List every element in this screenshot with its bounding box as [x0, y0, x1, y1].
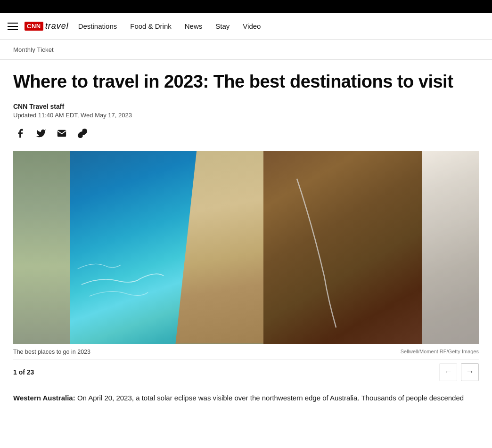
pagination-arrows: ← → [439, 363, 479, 381]
pagination-count: 1 of 23 [13, 368, 34, 376]
article-author: CNN Travel staff [13, 103, 479, 110]
carousel-caption-bar: The best places to go in 2023 Sellwell/M… [13, 344, 479, 358]
cnn-logo[interactable]: CNN travel [25, 21, 69, 31]
coast-visual [70, 151, 422, 344]
carousel-main-image [70, 151, 422, 344]
carousel-next-image [422, 151, 479, 344]
main-nav: CNN travel Destinations Food & Drink New… [0, 13, 492, 40]
nav-link-destinations[interactable]: Destinations [78, 22, 117, 30]
nav-link-news[interactable]: News [185, 22, 203, 30]
copy-link-button[interactable] [75, 126, 90, 140]
article-updated: Updated 11:40 AM EDT, Wed May 17, 2023 [13, 112, 479, 119]
article-body-text: On April 20, 2023, a total solar eclipse… [75, 394, 464, 402]
next-arrow-button[interactable]: → [461, 363, 479, 381]
nav-link-video[interactable]: Video [243, 22, 261, 30]
carousel-prev-image [13, 151, 70, 344]
nav-links: Destinations Food & Drink News Stay Vide… [78, 22, 261, 31]
nav-link-food-drink[interactable]: Food & Drink [130, 22, 172, 30]
pagination-bar: 1 of 23 ← → [13, 359, 479, 385]
prev-arrow-button[interactable]: ← [439, 363, 457, 381]
caption-credit: Sellwell/Moment RF/Getty Images [401, 347, 479, 354]
nav-link-stay[interactable]: Stay [215, 22, 230, 30]
top-bar [0, 0, 492, 13]
image-carousel: The best places to go in 2023 Sellwell/M… [13, 151, 479, 385]
caption-text: The best places to go in 2023 [13, 347, 90, 355]
email-share-button[interactable] [55, 126, 69, 140]
carousel-inner [13, 151, 479, 344]
hamburger-menu[interactable] [8, 23, 18, 30]
land-layer [263, 151, 422, 344]
cnn-logo-box: CNN [25, 22, 43, 31]
article-container: Where to travel in 2023: The best destin… [0, 60, 492, 415]
article-title: Where to travel in 2023: The best destin… [13, 71, 479, 92]
twitter-share-button[interactable] [34, 126, 48, 140]
article-location: Western Australia: [13, 394, 75, 402]
breadcrumb-bar: Monthly Ticket [0, 40, 492, 60]
article-meta: CNN Travel staff Updated 11:40 AM EDT, W… [13, 103, 479, 119]
facebook-share-button[interactable] [13, 126, 27, 140]
travel-brand: travel [45, 21, 69, 31]
breadcrumb[interactable]: Monthly Ticket [13, 46, 54, 53]
social-bar [13, 126, 479, 140]
article-body: Western Australia: On April 20, 2023, a … [13, 385, 479, 415]
